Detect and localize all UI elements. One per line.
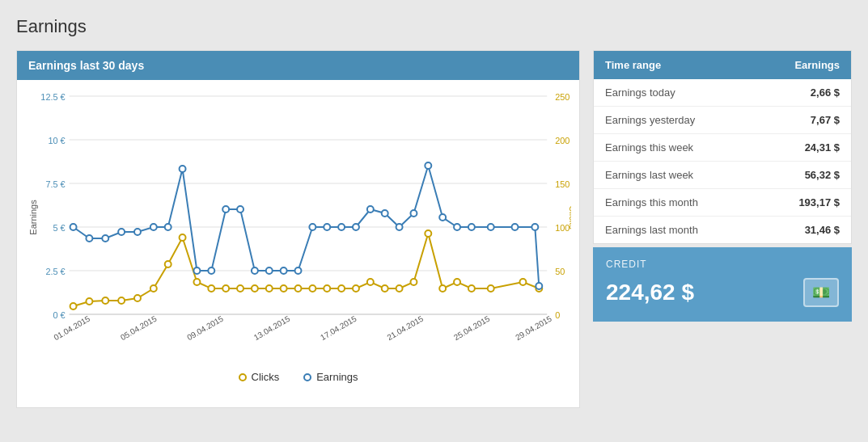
svg-point-89 xyxy=(512,224,519,230)
svg-point-61 xyxy=(86,235,92,242)
svg-point-47 xyxy=(338,285,345,292)
svg-point-35 xyxy=(165,261,171,267)
svg-text:12.5 €: 12.5 € xyxy=(40,92,65,102)
svg-point-49 xyxy=(367,279,374,285)
page-title: Earnings xyxy=(16,16,852,37)
chart-header: Earnings last 30 days xyxy=(17,51,579,80)
svg-point-36 xyxy=(180,234,186,241)
svg-point-29 xyxy=(70,303,77,309)
col-earnings-header: Earnings xyxy=(794,59,840,71)
svg-point-75 xyxy=(295,267,302,274)
clicks-dot xyxy=(239,373,247,381)
svg-point-43 xyxy=(281,285,287,292)
credit-icon: 💵 xyxy=(803,278,839,307)
svg-point-30 xyxy=(86,298,92,305)
svg-point-83 xyxy=(410,210,417,217)
svg-point-84 xyxy=(425,162,431,169)
svg-point-91 xyxy=(536,283,542,289)
svg-text:25.04.2015: 25.04.2015 xyxy=(452,314,492,342)
svg-point-69 xyxy=(208,267,214,274)
row-label-3: Earnings last week xyxy=(605,169,805,181)
clicks-label: Clicks xyxy=(252,371,280,383)
svg-text:150: 150 xyxy=(555,179,569,189)
svg-text:Clicks: Clicks xyxy=(568,205,571,229)
svg-point-33 xyxy=(134,295,141,301)
svg-point-45 xyxy=(309,285,315,292)
svg-point-55 xyxy=(454,279,460,285)
credit-row: 224,62 $ 💵 xyxy=(606,278,839,307)
svg-point-88 xyxy=(488,224,494,230)
svg-point-79 xyxy=(353,224,359,230)
svg-point-85 xyxy=(439,214,446,221)
row-label-1: Earnings yesterday xyxy=(605,114,811,126)
svg-text:2.5 €: 2.5 € xyxy=(45,267,65,276)
svg-point-51 xyxy=(396,285,403,292)
credit-amount: 224,62 $ xyxy=(606,280,694,305)
svg-point-76 xyxy=(309,224,315,230)
chart-svg: 0 € 2.5 € 5 € 7.5 € 10 € 12.5 € 0 50 100… xyxy=(25,88,571,363)
svg-point-54 xyxy=(439,285,446,292)
row-label-0: Earnings today xyxy=(605,86,811,99)
svg-point-39 xyxy=(222,285,229,292)
svg-text:05.04.2015: 05.04.2015 xyxy=(119,314,159,342)
svg-point-63 xyxy=(118,229,125,235)
table-row: Earnings this month 193,17 $ xyxy=(594,189,851,217)
right-panel: Time range Earnings Earnings today 2,66 … xyxy=(593,50,852,322)
svg-point-86 xyxy=(454,224,460,230)
svg-text:100: 100 xyxy=(555,223,569,233)
svg-point-48 xyxy=(353,285,359,292)
svg-point-66 xyxy=(165,224,171,230)
svg-point-32 xyxy=(118,297,125,304)
svg-point-38 xyxy=(208,285,214,292)
legend-clicks: Clicks xyxy=(239,371,280,383)
table-row: Earnings last month 31,46 $ xyxy=(594,217,851,243)
svg-point-44 xyxy=(295,285,302,292)
svg-point-40 xyxy=(237,285,243,292)
row-value-1: 7,67 $ xyxy=(811,114,840,126)
legend-earnings: Earnings xyxy=(303,371,358,383)
row-value-0: 2,66 $ xyxy=(811,86,840,99)
svg-point-73 xyxy=(266,267,273,274)
svg-text:21.04.2015: 21.04.2015 xyxy=(386,314,426,342)
svg-point-41 xyxy=(252,285,258,292)
svg-point-78 xyxy=(338,224,345,230)
row-value-3: 56,32 $ xyxy=(805,169,840,181)
svg-text:Earnings: Earnings xyxy=(28,200,38,235)
table-row: Earnings yesterday 7,67 $ xyxy=(594,107,851,134)
earnings-label: Earnings xyxy=(316,371,358,383)
svg-point-31 xyxy=(102,297,108,304)
svg-point-82 xyxy=(396,224,403,230)
row-value-4: 193,17 $ xyxy=(798,196,840,208)
svg-text:10 €: 10 € xyxy=(48,136,65,145)
col-time-range-header: Time range xyxy=(605,59,794,71)
chart-legend: Clicks Earnings xyxy=(25,371,571,391)
main-layout: Earnings last 30 days 0 € 2.5 € 5 € 7.5 … xyxy=(16,50,852,408)
svg-text:17.04.2015: 17.04.2015 xyxy=(319,314,358,342)
svg-point-58 xyxy=(519,279,526,285)
earnings-dot xyxy=(303,373,311,381)
svg-point-50 xyxy=(382,285,388,292)
svg-point-81 xyxy=(382,210,388,217)
table-row: Earnings this week 24,31 $ xyxy=(594,134,851,162)
row-value-5: 31,46 $ xyxy=(805,224,840,236)
earnings-table: Time range Earnings Earnings today 2,66 … xyxy=(593,50,852,244)
svg-point-90 xyxy=(531,224,538,230)
credit-panel: CREDIT 224,62 $ 💵 xyxy=(593,247,852,322)
row-label-5: Earnings last month xyxy=(605,224,805,236)
svg-point-72 xyxy=(252,267,258,274)
chart-panel: Earnings last 30 days 0 € 2.5 € 5 € 7.5 … xyxy=(16,50,580,408)
row-label-2: Earnings this week xyxy=(605,141,805,154)
table-row: Earnings last week 56,32 $ xyxy=(594,162,851,189)
chart-body: 0 € 2.5 € 5 € 7.5 € 10 € 12.5 € 0 50 100… xyxy=(17,80,579,407)
svg-point-71 xyxy=(237,206,243,213)
svg-point-62 xyxy=(102,235,108,242)
svg-point-77 xyxy=(324,224,330,230)
svg-point-34 xyxy=(150,285,157,292)
svg-text:09.04.2015: 09.04.2015 xyxy=(185,314,225,342)
svg-point-67 xyxy=(180,166,186,172)
svg-text:29.04.2015: 29.04.2015 xyxy=(514,314,553,342)
svg-text:13.04.2015: 13.04.2015 xyxy=(252,314,292,342)
svg-point-52 xyxy=(410,279,417,285)
svg-text:200: 200 xyxy=(555,136,569,145)
svg-text:250: 250 xyxy=(555,92,569,102)
